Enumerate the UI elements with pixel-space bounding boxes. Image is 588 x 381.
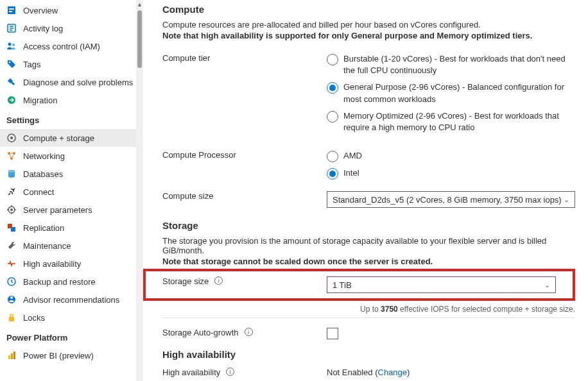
- compute-size-dropdown[interactable]: Standard_D2ds_v5 (2 vCores, 8 GiB memory…: [327, 191, 575, 208]
- sidebar-item-server-parameters[interactable]: Server parameters: [0, 201, 136, 219]
- content-scrollbar[interactable]: ▲: [136, 0, 143, 381]
- divider: [162, 318, 575, 318]
- sidebar-item-replication[interactable]: Replication: [0, 219, 136, 237]
- sidebar-item-label: Backup and restore: [23, 277, 96, 287]
- storage-desc: The storage you provision is the amount …: [162, 236, 575, 255]
- compute-icon: [6, 133, 17, 143]
- compute-desc: Compute resources are pre-allocated and …: [162, 20, 575, 30]
- sidebar-item-networking[interactable]: Networking: [0, 147, 136, 165]
- storage-size-highlight: Storage size i 1 TiB ⌄: [143, 269, 575, 301]
- activity-log-icon: [6, 23, 17, 33]
- storage-size-label: Storage size: [162, 276, 209, 286]
- storage-heading: Storage: [162, 220, 575, 231]
- svg-point-8: [12, 44, 15, 46]
- iops-note: Up to 3750 effective IOPS for selected c…: [162, 303, 575, 314]
- info-icon[interactable]: i: [214, 276, 223, 285]
- compute-size-label: Compute size: [162, 191, 213, 201]
- scroll-thumb[interactable]: [137, 10, 142, 68]
- tier-memory-optimized[interactable]: Memory Optimized (2-96 vCores) - Best fo…: [327, 110, 575, 133]
- sidebar-item-label: High availability: [23, 259, 81, 269]
- processor-text: Intel: [343, 167, 359, 179]
- diagnose-icon: [6, 77, 17, 87]
- sidebar-item-label: Databases: [23, 169, 63, 179]
- processor-text: AMD: [343, 150, 362, 162]
- svg-rect-0: [8, 6, 15, 14]
- sidebar-item-label: Locks: [23, 313, 45, 323]
- storage-note: Note that storage cannot be scaled down …: [162, 257, 575, 266]
- chevron-down-icon: ⌄: [564, 196, 569, 204]
- lock-icon: [6, 312, 17, 323]
- compute-heading: Compute: [162, 4, 575, 15]
- sidebar-item-locks[interactable]: Locks: [0, 309, 136, 326]
- sidebar-item-connect[interactable]: Connect: [0, 183, 136, 201]
- gear-icon: [6, 205, 17, 215]
- radio-icon: [327, 168, 338, 180]
- sidebar-item-label: Maintenance: [23, 241, 71, 251]
- tier-text: Burstable (1-20 vCores) - Best for workl…: [343, 53, 575, 76]
- svg-line-17: [9, 153, 12, 158]
- compute-size-value: Standard_D2ds_v5 (2 vCores, 8 GiB memory…: [333, 195, 562, 205]
- settings-header: Settings: [0, 109, 136, 129]
- svg-point-31: [10, 296, 13, 299]
- processor-amd[interactable]: AMD: [327, 150, 575, 162]
- sidebar-item-powerbi[interactable]: Power BI (preview): [0, 346, 136, 364]
- tier-text: General Purpose (2-96 vCores) - Balanced…: [343, 81, 575, 105]
- compute-tier-label: Compute tier: [162, 53, 210, 63]
- svg-point-7: [8, 43, 12, 46]
- processor-intel[interactable]: Intel: [327, 167, 575, 180]
- svg-point-12: [10, 137, 13, 139]
- networking-icon: [6, 151, 17, 161]
- info-icon[interactable]: i: [226, 368, 234, 376]
- sidebar-item-label: Server parameters: [23, 205, 92, 215]
- svg-point-9: [9, 62, 11, 64]
- sidebar-item-maintenance[interactable]: Maintenance: [0, 237, 136, 255]
- connect-icon: [6, 187, 17, 197]
- svg-rect-35: [13, 351, 15, 359]
- svg-rect-1: [9, 8, 14, 10]
- tier-burstable[interactable]: Burstable (1-20 vCores) - Best for workl…: [327, 53, 575, 76]
- svg-point-22: [10, 208, 13, 211]
- sidebar-item-backup-restore[interactable]: Backup and restore: [0, 273, 136, 291]
- svg-rect-33: [8, 355, 10, 359]
- sidebar: Overview Activity log Access control (IA…: [0, 0, 136, 381]
- migration-icon: [6, 95, 17, 105]
- sidebar-item-label: Connect: [23, 187, 54, 197]
- ha-heading: High availability: [162, 349, 575, 360]
- wrench-icon: [6, 241, 17, 251]
- people-icon: [6, 41, 17, 51]
- replication-icon: [6, 223, 17, 233]
- svg-point-20: [8, 170, 15, 173]
- sidebar-item-migration[interactable]: Migration: [0, 91, 136, 109]
- sidebar-item-databases[interactable]: Databases: [0, 165, 136, 183]
- sidebar-item-overview[interactable]: Overview: [0, 1, 136, 19]
- sidebar-item-label: Activity log: [23, 24, 63, 33]
- sidebar-item-compute-storage[interactable]: Compute + storage: [0, 129, 136, 147]
- advisor-icon: [6, 294, 17, 305]
- ha-label: High availability: [162, 368, 220, 377]
- sidebar-item-label: Advisor recommendations: [23, 295, 119, 305]
- ha-change-link[interactable]: Change: [378, 368, 408, 377]
- storage-size-value: 1 TiB: [333, 280, 352, 290]
- scroll-up-arrow-icon[interactable]: ▲: [136, 0, 143, 9]
- radio-icon: [327, 54, 338, 65]
- tier-general-purpose[interactable]: General Purpose (2-96 vCores) - Balanced…: [327, 81, 575, 105]
- sidebar-item-diagnose[interactable]: Diagnose and solve problems: [0, 73, 136, 91]
- sidebar-item-advisor[interactable]: Advisor recommendations: [0, 291, 136, 309]
- sidebar-item-tags[interactable]: Tags: [0, 55, 136, 73]
- info-icon[interactable]: i: [245, 328, 253, 336]
- compute-processor-label: Compute Processor: [162, 150, 236, 160]
- sidebar-item-label: Migration: [23, 96, 57, 105]
- sidebar-item-label: Overview: [23, 6, 58, 15]
- power-platform-header: Power Platform: [0, 326, 136, 346]
- sidebar-item-high-availability[interactable]: High availability: [0, 255, 136, 273]
- chevron-down-icon: ⌄: [544, 281, 550, 289]
- storage-autogrowth-checkbox[interactable]: [327, 328, 338, 339]
- sidebar-item-activity-log[interactable]: Activity log: [0, 19, 136, 37]
- svg-rect-2: [9, 11, 12, 12]
- sidebar-item-iam[interactable]: Access control (IAM): [0, 37, 136, 55]
- storage-size-dropdown[interactable]: 1 TiB ⌄: [327, 276, 556, 293]
- main-content: Compute Compute resources are pre-alloca…: [143, 0, 588, 381]
- svg-line-18: [12, 153, 14, 158]
- sidebar-item-label: Compute + storage: [23, 133, 94, 143]
- tier-text: Memory Optimized (2-96 vCores) - Best fo…: [343, 110, 575, 133]
